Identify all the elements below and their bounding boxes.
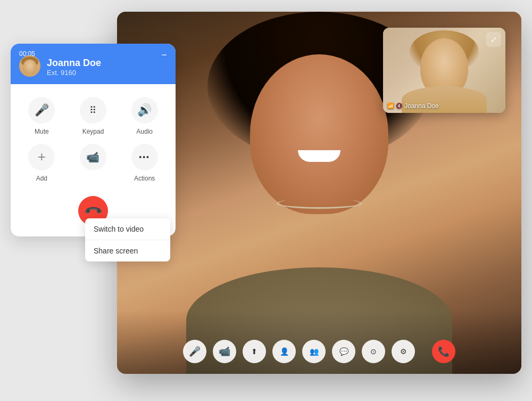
- call-header: 00:05 − Joanna Doe Ext. 9160: [11, 44, 176, 84]
- switch-to-video-item[interactable]: Switch to video: [85, 218, 170, 240]
- audio-label: Audio: [136, 128, 153, 135]
- video-ctrl[interactable]: 📹: [73, 144, 114, 182]
- more-icon: •••: [131, 144, 158, 170]
- video-mic-btn[interactable]: 🎤: [183, 340, 206, 363]
- avatar-face: [19, 55, 40, 77]
- smile: [298, 150, 340, 162]
- avatar: [19, 55, 40, 77]
- face: [250, 54, 388, 214]
- call-info: Joanna Doe Ext. 9160: [47, 58, 101, 77]
- more-label: Actions: [134, 175, 155, 182]
- audio-icon: 🔊: [131, 97, 158, 124]
- video-icon: 📹: [80, 144, 106, 170]
- mute-ctrl[interactable]: 🎤 Mute: [21, 97, 62, 135]
- call-controls-row2: + Add 📹 ••• Actions: [11, 144, 176, 191]
- caller-name: Joanna Doe: [47, 58, 101, 69]
- video-window: 🎤 📹 ⬆ 👤 👥 💬 ⊙ ⚙ 📞 📶: [117, 12, 521, 374]
- video-people-btn[interactable]: 👥: [302, 340, 326, 363]
- video-end-call-btn[interactable]: 📞: [432, 340, 455, 363]
- expand-btn[interactable]: ⤢: [486, 32, 501, 47]
- call-controls-row1: 🎤 Mute ⠿ Keypad 🔊 Audio: [11, 84, 176, 144]
- video-chat-btn[interactable]: 💬: [332, 340, 355, 363]
- necklace: [277, 198, 362, 209]
- video-add-person-btn[interactable]: 👤: [272, 340, 296, 363]
- audio-ctrl[interactable]: 🔊 Audio: [124, 97, 165, 135]
- video-controls-bar: 🎤 📹 ⬆ 👤 👥 💬 ⊙ ⚙ 📞: [117, 310, 521, 374]
- self-view-name: 📶 🔇 Joanna Doe: [387, 102, 439, 110]
- keypad-icon: ⠿: [80, 97, 106, 124]
- video-share-btn[interactable]: ⬆: [243, 340, 266, 363]
- video-record-btn[interactable]: ⊙: [362, 340, 385, 363]
- add-label: Add: [36, 175, 47, 182]
- keypad-label: Keypad: [82, 128, 104, 135]
- minimize-btn[interactable]: −: [161, 50, 167, 60]
- add-icon: +: [28, 144, 55, 170]
- call-widget: 00:05 − Joanna Doe Ext. 9160 🎤 Mute ⠿ Ke: [11, 44, 176, 236]
- share-screen-item[interactable]: Share screen: [85, 240, 170, 261]
- self-view: 📶 🔇 Joanna Doe ⤢: [383, 28, 505, 113]
- add-ctrl[interactable]: + Add: [21, 144, 62, 182]
- dropdown-menu: Switch to video Share screen: [85, 218, 170, 261]
- video-cam-btn[interactable]: 📹: [213, 340, 236, 363]
- mute-icon: 🎤: [28, 97, 55, 124]
- more-ctrl[interactable]: ••• Actions: [124, 144, 165, 182]
- video-settings-btn[interactable]: ⚙: [392, 340, 415, 363]
- caller-ext: Ext. 9160: [47, 69, 101, 77]
- keypad-ctrl[interactable]: ⠿ Keypad: [73, 97, 114, 135]
- mute-label: Mute: [35, 128, 49, 135]
